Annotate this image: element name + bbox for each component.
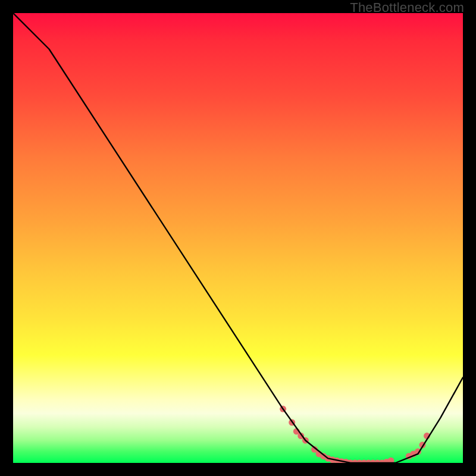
marker-layer (280, 406, 430, 463)
watermark-text: TheBottleneck.com (350, 0, 464, 15)
marker-dot (388, 458, 394, 463)
chart-area (13, 13, 463, 463)
chart-svg (13, 13, 463, 463)
outer-frame: TheBottleneck.com (0, 0, 476, 476)
bottleneck-curve (13, 13, 463, 463)
